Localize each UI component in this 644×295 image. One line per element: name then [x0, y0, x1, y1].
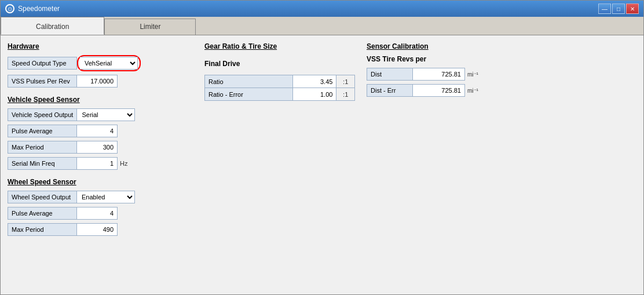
max-period-value[interactable]: 300 [77, 141, 118, 154]
tab-calibration[interactable]: Calibration [1, 17, 104, 35]
tabs-bar: Calibration Limiter [1, 17, 643, 35]
title-bar-left: ⊙ Speedometer [5, 4, 60, 13]
dist-err-value[interactable]: 725.81 [413, 84, 465, 97]
gear-ratio-section-title: Gear Ratio & Tire Size [204, 42, 355, 50]
serial-min-freq-row: Serial Min Freq 1 Hz [8, 157, 193, 170]
left-column: Hardware Speed Output Type VehSerial VSS… [8, 42, 193, 287]
window-icon: ⊙ [5, 4, 14, 13]
tab-limiter[interactable]: Limiter [104, 19, 196, 35]
ratio-unit: :1 [336, 75, 355, 88]
dist-value[interactable]: 725.81 [413, 68, 465, 81]
serial-min-freq-unit: Hz [120, 160, 127, 167]
pulse-average-row: Pulse Average 4 [8, 125, 193, 137]
wheel-speed-output-label: Wheel Speed Output [8, 191, 77, 203]
ratio-label: Ratio [205, 75, 293, 88]
sensor-calibration-title: Sensor Calibration [367, 42, 636, 50]
speed-output-type-dropdown-wrapper: VehSerial [77, 55, 141, 71]
vehicle-speed-sensor-title: Vehicle Speed Sensor [8, 96, 193, 104]
serial-min-freq-value[interactable]: 1 [77, 157, 118, 170]
serial-min-freq-label: Serial Min Freq [8, 157, 77, 170]
close-button[interactable]: ✕ [626, 3, 639, 14]
speed-output-type-select[interactable]: VehSerial [80, 57, 138, 70]
vehicle-speed-output-row: Vehicle Speed Output Serial [8, 108, 193, 121]
pulse-average-value[interactable]: 4 [77, 125, 118, 137]
ratio-value[interactable]: 3.45 [292, 75, 336, 88]
main-content: Hardware Speed Output Type VehSerial VSS… [1, 35, 643, 294]
vss-pulses-value[interactable]: 17.0000 [77, 75, 118, 88]
table-row: Ratio 3.45 :1 [205, 75, 355, 88]
wheel-max-period-value[interactable]: 490 [77, 223, 118, 236]
speedometer-window: ⊙ Speedometer — □ ✕ Calibration Limiter … [0, 0, 644, 295]
title-bar: ⊙ Speedometer — □ ✕ [1, 1, 643, 17]
window-title: Speedometer [18, 5, 60, 13]
title-buttons: — □ ✕ [598, 3, 639, 14]
vss-pulses-label: VSS Pulses Per Rev [8, 75, 77, 88]
ratio-error-unit: :1 [336, 88, 355, 101]
wheel-max-period-row: Max Period 490 [8, 223, 193, 236]
wheel-max-period-label: Max Period [8, 223, 77, 236]
gear-ratio-table: Ratio 3.45 :1 Ratio - Error 1.00 :1 [204, 75, 355, 101]
dist-label: Dist [367, 68, 413, 81]
vehicle-speed-output-select[interactable]: Serial [77, 108, 135, 121]
wheel-pulse-average-row: Pulse Average 4 [8, 207, 193, 220]
ratio-error-label: Ratio - Error [205, 88, 293, 101]
pulse-average-label: Pulse Average [8, 125, 77, 137]
minimize-button[interactable]: — [598, 3, 611, 14]
dist-unit: mi⁻¹ [467, 71, 478, 78]
max-period-label: Max Period [8, 141, 77, 154]
maximize-button[interactable]: □ [612, 3, 625, 14]
wheel-pulse-average-value[interactable]: 4 [77, 207, 118, 220]
vss-pulses-row: VSS Pulses Per Rev 17.0000 [8, 75, 193, 88]
final-drive-subtitle: Final Drive [204, 60, 355, 68]
hardware-section-title: Hardware [8, 42, 193, 50]
wheel-speed-output-select[interactable]: Enabled [77, 191, 135, 203]
wheel-speed-output-row: Wheel Speed Output Enabled [8, 191, 193, 203]
dist-err-unit: mi⁻¹ [467, 88, 478, 94]
table-row: Ratio - Error 1.00 :1 [205, 88, 355, 101]
speed-output-type-row: Speed Output Type VehSerial [8, 55, 193, 71]
right-column: Sensor Calibration VSS Tire Revs per Dis… [367, 42, 636, 287]
vss-subtitle: VSS Tire Revs per [367, 55, 636, 63]
dist-row: Dist 725.81 mi⁻¹ [367, 68, 636, 81]
dist-err-row: Dist - Err 725.81 mi⁻¹ [367, 84, 636, 97]
wheel-pulse-average-label: Pulse Average [8, 207, 77, 220]
speed-output-type-label: Speed Output Type [8, 57, 77, 70]
dist-err-label: Dist - Err [367, 84, 413, 97]
middle-column: Gear Ratio & Tire Size Final Drive Ratio… [204, 42, 355, 287]
vehicle-speed-output-label: Vehicle Speed Output [8, 108, 77, 121]
ratio-error-value[interactable]: 1.00 [292, 88, 336, 101]
max-period-row: Max Period 300 [8, 141, 193, 154]
wheel-speed-sensor-title: Wheel Speed Sensor [8, 178, 193, 186]
